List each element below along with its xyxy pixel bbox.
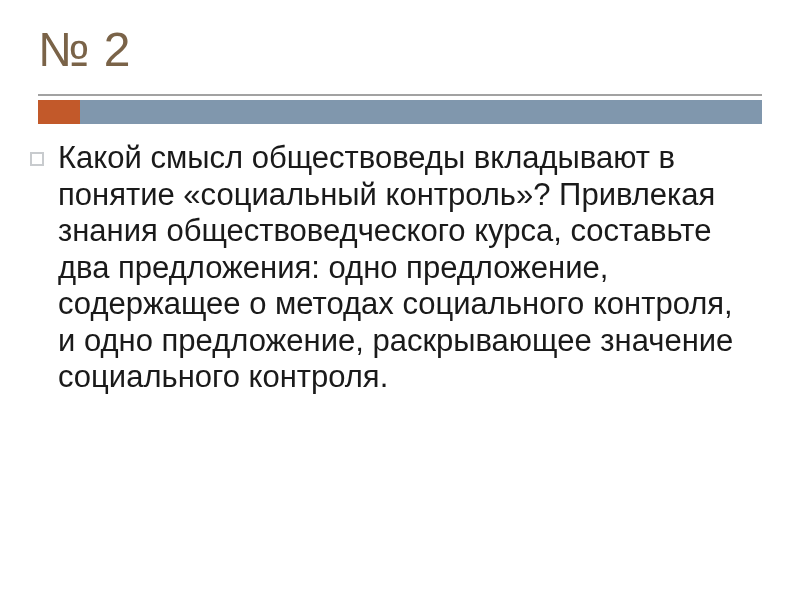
slide: № 2 Какой смысл обществоведы вкладывают … (0, 0, 800, 600)
bullet-item: Какой смысл обществоведы вкладывают в по… (58, 140, 740, 396)
title-divider (38, 94, 762, 124)
slide-body: Какой смысл обществоведы вкладывают в по… (58, 140, 740, 396)
square-bullet-icon (30, 152, 44, 166)
divider-bar (38, 100, 762, 124)
divider-main (80, 100, 762, 124)
bullet-text: Какой смысл обществоведы вкладывают в по… (58, 140, 740, 396)
divider-accent (38, 100, 80, 124)
divider-line (38, 94, 762, 96)
slide-title: № 2 (38, 22, 131, 77)
